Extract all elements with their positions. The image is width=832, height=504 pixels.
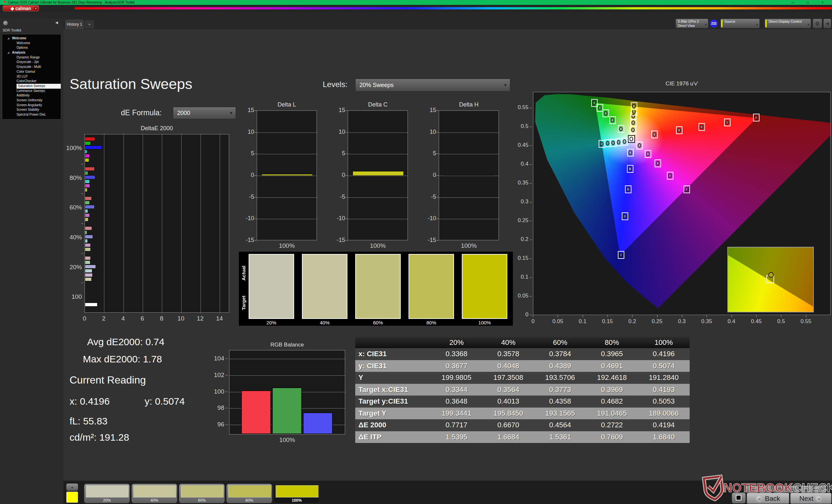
- patch-button-60%[interactable]: 60%: [179, 483, 225, 503]
- sidebar-item-luminance-sweeps[interactable]: Luminance Sweeps: [2, 89, 61, 93]
- knob-button-4[interactable]: [787, 485, 799, 493]
- tree-expander-icon: ◢: [7, 50, 9, 55]
- sidebar-item-dynamic-range[interactable]: Dynamic Range: [2, 55, 61, 60]
- settings-button[interactable]: ⚙: [812, 19, 822, 29]
- knob-button-1[interactable]: [746, 485, 758, 493]
- source-selector[interactable]: Source ▼: [720, 19, 760, 29]
- table-cell: 1.6684: [482, 433, 534, 441]
- restore-button[interactable]: □: [803, 0, 812, 5]
- knob-button-5[interactable]: [801, 485, 813, 493]
- table-row: ΔE ITP1.53951.66841.53610.76091.6840: [355, 431, 690, 443]
- cie-point-green-100: [591, 99, 598, 107]
- collapse-panel-button[interactable]: ◀: [823, 19, 831, 29]
- add-tab-button[interactable]: +: [84, 20, 94, 29]
- y-tick: [530, 258, 532, 259]
- swatch-60%: [355, 254, 401, 319]
- rgb-balance-ylabels: 1041021009896: [208, 350, 228, 435]
- sidebar-item-colorchecker[interactable]: ColorChecker: [2, 79, 61, 84]
- de-formula-dropdown[interactable]: 2000 ▼: [173, 107, 236, 119]
- sidebar-item-additivity[interactable]: Additivity: [2, 93, 61, 98]
- gear-icon: ⚙: [815, 21, 820, 26]
- de-bar-100%-5: [85, 158, 89, 162]
- table-cell: 0.3578: [482, 350, 534, 358]
- logo-dropdown-icon[interactable]: ▾: [34, 6, 38, 10]
- cie-point-magenta-20: [636, 142, 643, 149]
- y-tick: [226, 392, 228, 392]
- next-button[interactable]: Next »: [790, 493, 831, 504]
- y-tick-label: 0: [511, 311, 528, 318]
- delta_h-xlabel: 100%: [439, 242, 499, 249]
- chevron-down-icon: ▼: [704, 23, 707, 27]
- sidebar-item-analysis[interactable]: ◢Analysis: [2, 50, 61, 55]
- table-cell: 0.2722: [586, 421, 638, 429]
- table-cell: 0.4048: [482, 362, 534, 370]
- patch-button-100%[interactable]: 100%: [274, 483, 320, 503]
- delta-h-chart: Delta H151050-5-10-15100%: [422, 101, 504, 254]
- table-cell: 0.4682: [586, 397, 638, 405]
- gridline: [124, 135, 124, 313]
- x-tick-label: 0.35: [698, 318, 715, 325]
- patch-button-20%[interactable]: 20%: [84, 483, 130, 503]
- knob-button-3[interactable]: [773, 485, 785, 493]
- deltae2000-chart-title: DeltaE 2000: [84, 125, 229, 132]
- patch-button-80%[interactable]: 80%: [226, 483, 272, 503]
- y-tick-label: 15: [332, 107, 345, 114]
- sidebar-item-screen-angularity[interactable]: Screen Angularity: [2, 103, 61, 108]
- sidebar-item-color-gamut[interactable]: Color Gamut: [2, 69, 61, 74]
- cie-point-dot: [598, 106, 602, 110]
- sidebar-item-welcome[interactable]: Welcome: [2, 41, 61, 46]
- meter-selector[interactable]: X-Rite i1Pro 2 Direct View ▼: [675, 19, 708, 29]
- tab-history-1[interactable]: History 1: [65, 20, 84, 29]
- gridline: [257, 197, 317, 198]
- cie-point-yellow-100: [631, 102, 637, 110]
- sidebar-item-options[interactable]: Options: [2, 46, 61, 50]
- knob-button-2[interactable]: [759, 485, 772, 493]
- sidebar-collapse-button[interactable]: ◀: [55, 21, 58, 25]
- de-bar-20%-0: [85, 256, 91, 260]
- y-tick-label: -5: [332, 194, 345, 200]
- cie-point-dot: [623, 139, 626, 144]
- sidebar-item-screen-uniformity[interactable]: Screen Uniformity: [2, 98, 61, 103]
- de-bar-80%-0: [85, 167, 95, 171]
- stop-button[interactable]: [732, 493, 746, 503]
- table-cell: 0.4691: [586, 362, 638, 370]
- rgb-balance-chart: RGB Balance 1041021009896 100%: [208, 342, 348, 444]
- sidebar-item-saturation-sweeps[interactable]: Saturation Sweeps: [2, 84, 61, 89]
- knob-button-6[interactable]: [814, 485, 827, 493]
- display-control-selector[interactable]: Direct Display Control ▼: [764, 19, 811, 29]
- sidebar-item-grayscale-2pt[interactable]: Grayscale - 2pt: [2, 60, 61, 65]
- patch-button-40%[interactable]: 40%: [131, 483, 178, 503]
- delta_c-xlabel: 100%: [348, 242, 408, 249]
- x-tick: [558, 315, 558, 317]
- cie-point-dot: [626, 187, 630, 192]
- rgb-bar-green: [272, 387, 302, 434]
- sidebar-item-3d-lut[interactable]: 3D LUT: [2, 74, 61, 79]
- patch-label: 60%: [179, 498, 225, 503]
- sidebar-item-spectral-power-dist-[interactable]: Spectral Power Dist.: [2, 112, 61, 117]
- y-tick-label: 5: [332, 150, 345, 157]
- levels-dropdown[interactable]: 20% Sweeps ▼: [355, 79, 510, 91]
- x-tick-label: 10: [175, 315, 187, 322]
- sidebar-item-grayscale-multi[interactable]: Grayscale - Multi: [2, 65, 61, 69]
- x-tick: [583, 315, 583, 317]
- de-bar-100%-4: [85, 154, 90, 158]
- patch-color: [228, 485, 271, 498]
- sidebar-item-welcome[interactable]: ◢Welcome: [2, 36, 61, 41]
- sidebar-dot-icon[interactable]: [3, 21, 8, 25]
- de-bar-60%-0: [85, 196, 92, 200]
- close-button[interactable]: ×: [818, 0, 828, 5]
- y-tick: [437, 153, 439, 154]
- y-tick: [345, 110, 348, 111]
- cie-point-magenta-100: [683, 186, 690, 193]
- x-tick-label: 0.5: [773, 318, 789, 325]
- y-tick: [345, 153, 348, 154]
- table-col-header: 100%: [638, 338, 690, 347]
- sidebar-item-screen-stability[interactable]: Screen Stability: [2, 108, 61, 112]
- minimize-button[interactable]: —: [788, 0, 798, 5]
- spectrum-strip: [75, 7, 832, 9]
- calman-logo-button[interactable]: ◆ calman ▾: [3, 5, 39, 11]
- back-button[interactable]: « Back: [747, 493, 789, 504]
- y-tick: [345, 240, 348, 241]
- de-bar-100%-1: [85, 141, 91, 145]
- table-cell: 0.3648: [431, 397, 482, 405]
